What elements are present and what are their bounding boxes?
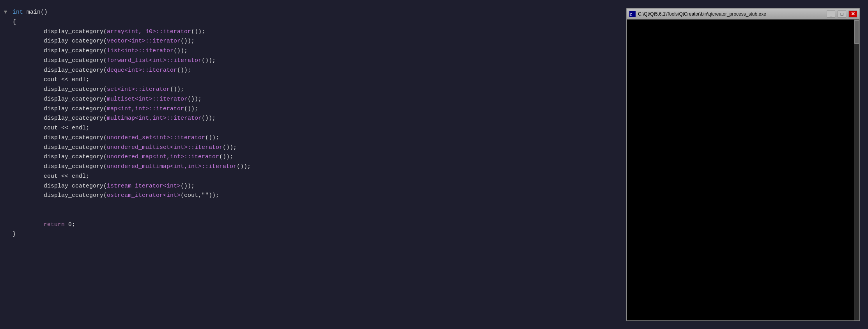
code-line: display_ccategory(list<int>::iterator())…: [4, 46, 626, 56]
code-token: ());: [184, 104, 198, 114]
code-token: istream_iterator<int>: [107, 182, 181, 191]
indent-space: [12, 220, 44, 230]
code-token: multimap<int,int>::iterator: [107, 114, 202, 124]
indent-space: [12, 104, 44, 114]
code-token: ());: [202, 56, 216, 66]
indent-space: [12, 46, 44, 56]
indent-space: [12, 191, 44, 201]
terminal-title: C:\Qt\Qt5.6.1\Tools\QtCreator\bin\qtcrea…: [638, 11, 824, 17]
code-line: display_ccategory(ostream_iterator<int>(…: [4, 191, 626, 201]
terminal-body: [627, 19, 859, 320]
code-token: main(): [23, 8, 48, 18]
code-token: display_ccategory(: [44, 46, 107, 56]
code-line: cout << endl;: [4, 75, 626, 85]
code-line: display_ccategory(vector<int>::iterator(…: [4, 37, 626, 46]
code-token: display_ccategory(: [44, 66, 107, 76]
code-line: display_ccategory(set<int>::iterator());: [4, 85, 626, 95]
code-line: display_ccategory(map<int,int>::iterator…: [4, 104, 626, 114]
minimize-button[interactable]: _: [827, 11, 835, 18]
terminal-titlebar: C C:\Qt\Qt5.6.1\Tools\QtCreator\bin\qtcr…: [627, 9, 859, 19]
code-token: cout << endl;: [44, 124, 89, 133]
code-token: ());: [219, 152, 233, 162]
code-token: cout << endl;: [44, 75, 89, 85]
code-line: }: [4, 230, 626, 239]
indent-space: [12, 182, 44, 191]
code-line: cout << endl;: [4, 124, 626, 133]
terminal-icon: C: [629, 11, 636, 17]
code-token: ());: [174, 46, 188, 56]
code-token: display_ccategory(: [44, 191, 107, 201]
code-line: display_ccategory(multimap<int,int>::ite…: [4, 114, 626, 124]
code-token: ());: [177, 66, 191, 76]
code-token: 0;: [65, 220, 75, 230]
code-token: ());: [188, 95, 202, 104]
code-token: display_ccategory(: [44, 143, 107, 153]
code-token: set<int>::iterator: [107, 85, 170, 95]
terminal-output: [630, 22, 856, 318]
indent-space: [12, 56, 44, 66]
code-token: display_ccategory(: [44, 114, 107, 124]
code-token: unordered_multimap<int,int>::iterator: [107, 162, 237, 172]
code-token: ());: [191, 27, 205, 37]
code-line: [4, 201, 626, 210]
close-button[interactable]: ✕: [849, 11, 857, 18]
code-token: ());: [181, 182, 195, 191]
code-token: display_ccategory(: [44, 104, 107, 114]
restore-button[interactable]: □: [838, 11, 846, 18]
code-token: display_ccategory(: [44, 133, 107, 143]
code-line: display_ccategory(array<int, 10>::iterat…: [4, 27, 626, 37]
indent-space: [12, 201, 44, 210]
indent-space: [12, 143, 44, 153]
code-token: unordered_map<int,int>::iterator: [107, 152, 219, 162]
indent-space: [12, 75, 44, 85]
code-token: display_ccategory(: [44, 152, 107, 162]
code-line: display_ccategory(unordered_map<int,int>…: [4, 152, 626, 162]
code-token: forward_list<int>::iterator: [107, 56, 202, 66]
code-editor: ▼int main(){ display_ccategory(array<int…: [0, 0, 626, 329]
code-token: ());: [181, 37, 195, 46]
code-token: display_ccategory(: [44, 95, 107, 104]
code-line: display_ccategory(deque<int>::iterator()…: [4, 66, 626, 76]
code-token: array<int, 10>::iterator: [107, 27, 191, 37]
code-token: unordered_set<int>::iterator: [107, 133, 205, 143]
indent-space: [12, 27, 44, 37]
code-line: cout << endl;: [4, 172, 626, 182]
terminal-window: C C:\Qt\Qt5.6.1\Tools\QtCreator\bin\qtcr…: [626, 8, 860, 321]
code-token: ());: [223, 143, 237, 153]
scrollbar-thumb[interactable]: [854, 20, 859, 44]
indent-space: [12, 66, 44, 76]
code-line: ▼int main(): [4, 8, 626, 18]
code-token: ());: [205, 133, 219, 143]
code-line: display_ccategory(unordered_multiset<int…: [4, 143, 626, 153]
code-token: multiset<int>::iterator: [107, 95, 188, 104]
scrollbar-track[interactable]: [854, 19, 859, 320]
indent-space: [12, 162, 44, 172]
code-token: display_ccategory(: [44, 162, 107, 172]
code-line: display_ccategory(multiset<int>::iterato…: [4, 95, 626, 104]
code-line: [4, 210, 626, 220]
code-token: cout << endl;: [44, 172, 89, 182]
code-token: (cout,""));: [181, 191, 219, 201]
svg-text:C: C: [630, 12, 632, 17]
code-token: ());: [237, 162, 251, 172]
code-line: display_ccategory(unordered_multimap<int…: [4, 162, 626, 172]
code-token: unordered_multiset<int>::iterator: [107, 143, 223, 153]
indent-space: [12, 85, 44, 95]
code-token: }: [12, 230, 16, 239]
indent-space: [12, 172, 44, 182]
code-line: display_ccategory(istream_iterator<int>(…: [4, 182, 626, 191]
code-line: {: [4, 18, 626, 27]
code-token: display_ccategory(: [44, 37, 107, 46]
code-token: display_ccategory(: [44, 56, 107, 66]
indent-space: [12, 210, 44, 220]
indent-space: [12, 133, 44, 143]
indent-space: [12, 124, 44, 133]
line-arrow: ▼: [4, 8, 12, 17]
code-token: map<int,int>::iterator: [107, 104, 184, 114]
indent-space: [12, 95, 44, 104]
indent-space: [12, 114, 44, 124]
indent-space: [12, 152, 44, 162]
code-token: {: [12, 18, 16, 27]
code-token: display_ccategory(: [44, 27, 107, 37]
code-token: ostream_iterator<int>: [107, 191, 181, 201]
